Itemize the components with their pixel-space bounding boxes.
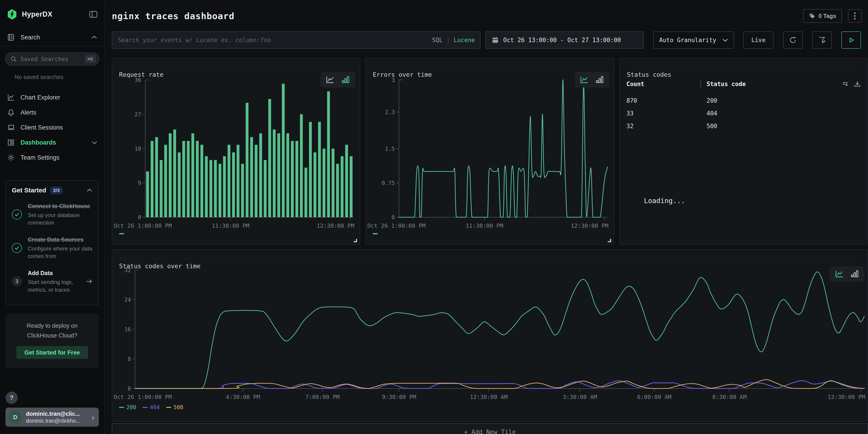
chevron-up-icon[interactable] [91,35,97,39]
check-circle-icon [12,243,22,253]
step-subtitle: Start sending logs, metrics, or traces [28,278,84,293]
step-title: Create Data Sources [28,236,92,243]
line-chart-icon[interactable] [326,75,335,84]
svg-text:2.3: 2.3 [385,109,395,116]
divider [0,46,104,46]
svg-text:6:00:00 AM: 6:00:00 AM [637,394,672,400]
saved-searches-placeholder: Saved Searches [21,56,85,62]
deploy-promo-card: Ready to deploy on ClickHouse Cloud? Get… [5,314,99,368]
svg-text:0.75: 0.75 [382,180,395,186]
chevron-down-icon [92,141,97,144]
column-resize-handle[interactable] [700,80,701,88]
get-started-step[interactable]: Connect to ClickHouseSet up your databas… [12,203,92,226]
get-started-header[interactable]: Get Started 2/3 [12,186,92,194]
app: HyperDX Search Saved Searches ⌘K No save… [0,0,868,434]
sidebar-item-alerts[interactable]: Alerts [0,105,104,120]
panel-request-rate: Request rate 36271890Oct 26 1:00:00 PM11… [112,58,360,245]
svg-text:0: 0 [138,214,141,221]
sidebar-item-search[interactable]: Search [7,34,97,41]
table-row[interactable]: 33404 [626,107,861,120]
help-button[interactable]: ? [5,392,18,404]
collapse-sidebar-icon[interactable] [89,11,97,18]
date-range-picker[interactable]: Oct 26 13:00:00 - Oct 27 13:00:00 [486,31,644,49]
sidebar-item-label: Alerts [21,109,97,116]
run-query-button[interactable] [841,31,861,49]
column-header-status-code[interactable]: Status code [707,81,746,87]
download-csv-icon[interactable] [854,81,861,87]
bar-chart-icon[interactable] [850,270,859,278]
sidebar-item-client-sessions[interactable]: Client Sessions [0,120,104,135]
sidebar-item-label: Dashboards [21,139,92,146]
legend-item-404[interactable]: 404 [143,404,160,410]
user-menu[interactable]: D dominic.tran@clic... dominic.tran@clic… [5,408,99,427]
hyperdx-logo-icon[interactable] [7,9,17,20]
refresh-button[interactable] [783,31,803,49]
status-codes-over-time-chart[interactable]: 32241680Oct 26 1:00:00 PM4:30:00 PM7:00:… [112,250,868,421]
sidebar-header: HyperDX [0,0,104,20]
legend-item-200[interactable]: 200 [119,404,136,410]
svg-text:16: 16 [124,326,131,333]
sidebar-nav: Chart ExplorerAlertsClient SessionsDashb… [0,90,104,165]
sql-mode-toggle[interactable]: SQL [432,37,443,43]
svg-text:0: 0 [128,385,131,392]
column-header-count[interactable]: Count [626,81,700,87]
no-saved-searches-text: No saved searches [14,74,104,81]
svg-text:0: 0 [392,214,395,221]
line-chart-icon[interactable] [835,270,844,278]
svg-text:Oct 26 1:00:00 PM: Oct 26 1:00:00 PM [114,394,172,400]
granularity-value: Auto Granularity [659,37,716,43]
lucene-mode-toggle[interactable]: Lucene [454,37,475,43]
panel-resize-handle[interactable] [353,239,357,242]
svg-text:32: 32 [124,267,131,274]
live-button[interactable]: Live [743,31,774,49]
svg-text:8: 8 [128,356,131,362]
svg-text:3:30:00 AM: 3:30:00 AM [563,394,597,400]
search-events-input[interactable]: Search your events w/ Lucene ex. column:… [112,31,480,49]
gear-icon [7,154,15,161]
table-row[interactable]: 32500 [626,120,861,132]
cell-status-code: 200 [707,97,717,104]
sidebar-item-label: Team Settings [21,154,97,161]
progress-badge: 2/3 [50,186,63,194]
get-started-step[interactable]: Create Data SourcesConfigure where your … [12,236,92,260]
sidebar-item-chart-explorer[interactable]: Chart Explorer [0,90,104,105]
legend-dash [166,407,171,408]
svg-text:7:00:00 PM: 7:00:00 PM [305,394,340,400]
svg-text:1.5: 1.5 [385,146,395,152]
cell-count: 32 [626,123,707,130]
filter-button[interactable] [812,31,832,49]
line-chart-icon[interactable] [580,75,589,84]
sidebar-item-team-settings[interactable]: Team Settings [0,150,104,165]
layout-icon [7,139,15,146]
cell-status-code: 404 [707,110,717,117]
get-started-free-button[interactable]: Get Started for Free [17,346,88,359]
chart-type-toolbar [830,266,864,282]
bar-chart-icon[interactable] [341,75,350,84]
svg-text:11:30:00 PM: 11:30:00 PM [212,222,250,229]
shortcut-badge: ⌘K [85,55,96,63]
add-new-tile-button[interactable]: + Add New Tile [112,423,868,434]
table-row[interactable]: 870200 [626,94,861,107]
tag-icon [809,13,815,19]
more-options-button[interactable] [848,9,862,23]
legend-item-500[interactable]: 500 [166,404,183,410]
svg-text:12:30:00 PM: 12:30:00 PM [316,222,354,229]
get-started-card: Get Started 2/3 Connect to ClickHouseSet… [5,180,99,305]
tags-button[interactable]: 0 Tags [803,9,842,23]
get-started-step[interactable]: 3Add DataStart sending logs, metrics, or… [12,269,92,293]
chevron-up-icon[interactable] [87,189,92,192]
panel-resize-handle[interactable] [608,239,611,242]
chart-legend: 200404500 [119,404,183,410]
brand-name: HyperDX [22,10,89,19]
sidebar: HyperDX Search Saved Searches ⌘K No save… [0,0,105,434]
saved-searches-input[interactable]: Saved Searches ⌘K [5,52,99,66]
sidebar-item-dashboards[interactable]: Dashboards [0,135,104,150]
granularity-select[interactable]: Auto Granularity [653,31,734,49]
mode-divider: | [446,37,450,43]
date-range-value: Oct 26 13:00:00 - Oct 27 13:00:00 [503,37,621,43]
bar-chart-icon[interactable] [595,75,604,84]
svg-text:4:30:00 PM: 4:30:00 PM [226,394,260,400]
journal-search-icon [7,34,14,41]
row-density-icon[interactable] [842,81,849,87]
search-icon [10,56,17,62]
